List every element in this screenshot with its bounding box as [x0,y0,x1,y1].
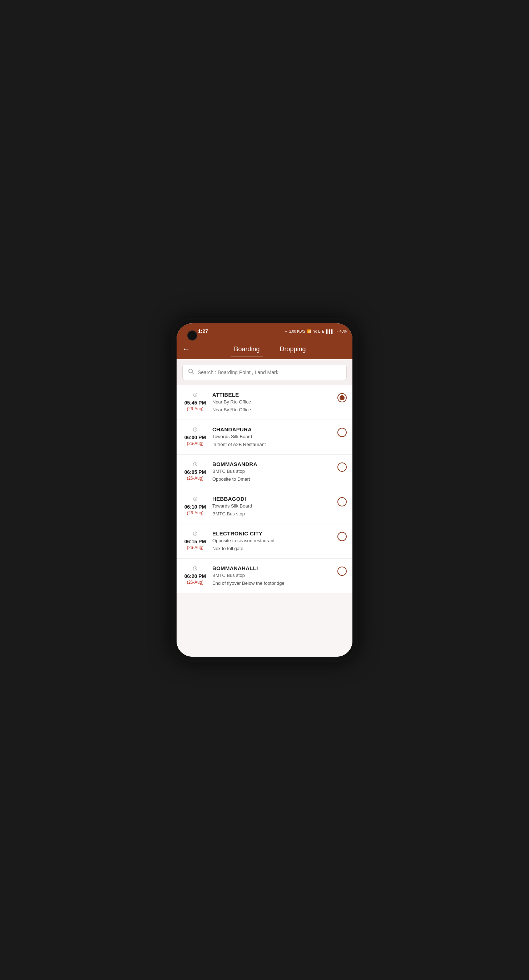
bluetooth-icon: ∗ [284,329,288,333]
stop-info: BOMMASANDRA BMTC Bus stop Opposite to Dm… [212,461,333,482]
list-item[interactable]: 06:15 PM (26-Aug) ELECTRONIC CITY Opposi… [176,524,353,559]
radio-col [337,496,347,506]
stop-time: 06:00 PM [184,434,206,440]
stop-landmark2: Near By Rto Office [212,406,333,414]
radio-button[interactable] [337,532,347,541]
data-speed: 2.00 KB/S [289,329,305,333]
clock-icon [193,462,198,468]
stop-landmark1: Near By Rto Office [212,398,333,406]
search-input[interactable] [198,369,342,375]
stop-info: CHANDAPURA Towards Silk Board In front o… [212,426,333,448]
status-bar: 1:27 ∗ 2.00 KB/S 📶 Yo LTE ▌▌▌ ○ 40% [176,323,353,339]
stop-name: BOMMANAHALLI [212,565,333,571]
clock-icon [193,566,198,572]
radio-button[interactable] [337,497,347,506]
clock-icon [193,427,198,433]
stop-landmark1: Opposite to season restaurant [212,537,333,544]
search-box [182,364,347,380]
list-item[interactable]: 06:10 PM (26-Aug) HEBBAGODI Towards Silk… [176,489,353,524]
stop-landmark1: Towards Silk Board [212,503,333,510]
stop-landmark1: BMTC Bus stop [212,468,333,475]
radio-button[interactable] [337,393,347,402]
stops-list: 05:45 PM (26-Aug) ATTIBELE Near By Rto O… [176,385,353,657]
radio-button[interactable] [337,566,347,576]
stop-name: HEBBAGODI [212,496,333,502]
tab-boarding[interactable]: Boarding [224,343,270,356]
stop-date: (26-Aug) [187,545,204,550]
radio-button[interactable] [337,428,347,437]
stop-name: ELECTRONIC CITY [212,530,333,536]
radio-col [337,426,347,437]
stop-time-col: 06:10 PM (26-Aug) [182,496,208,515]
stop-date: (26-Aug) [187,476,204,481]
radio-col [337,565,347,576]
stop-landmark2: In front of A2B Restaurant [212,441,333,448]
radio-button[interactable] [337,463,347,472]
svg-line-1 [192,372,193,374]
stop-date: (26-Aug) [187,406,204,411]
clock-icon [193,392,198,398]
status-icons: ∗ 2.00 KB/S 📶 Yo LTE ▌▌▌ ○ 40% [284,329,347,333]
stop-landmark1: BMTC Bus stop [212,572,333,579]
stop-name: CHANDAPURA [212,426,333,433]
stop-time-col: 06:00 PM (26-Aug) [182,426,208,446]
stop-info: HEBBAGODI Towards Silk Board BMTC Bus st… [212,496,333,517]
stop-landmark2: End of flyover Below the footbridge [212,580,333,587]
stop-time-col: 06:05 PM (26-Aug) [182,461,208,481]
stop-date: (26-Aug) [187,441,204,446]
stop-time-col: 05:45 PM (26-Aug) [182,391,208,411]
stop-time: 05:45 PM [184,400,206,406]
stop-landmark2: Opposite to Dmart [212,476,333,483]
tab-bar: Boarding Dropping [193,343,347,356]
stop-date: (26-Aug) [187,511,204,515]
status-time: 1:27 [198,328,208,334]
stop-time: 06:20 PM [184,573,206,579]
search-icon [187,368,194,376]
stop-time: 06:15 PM [184,539,206,544]
list-item[interactable]: 06:20 PM (26-Aug) BOMMANAHALLI BMTC Bus … [176,559,353,593]
stop-landmark1: Towards Silk Board [212,433,333,440]
stop-time-col: 06:15 PM (26-Aug) [182,530,208,550]
stop-date: (26-Aug) [187,580,204,585]
stop-time: 06:10 PM [184,504,206,510]
stop-info: ELECTRONIC CITY Opposite to season resta… [212,530,333,552]
header: ← Boarding Dropping [176,339,353,359]
search-section [176,359,353,385]
radio-col [337,391,347,402]
stop-info: BOMMANAHALLI BMTC Bus stop End of flyove… [212,565,333,587]
stop-info: ATTIBELE Near By Rto Office Near By Rto … [212,391,333,413]
stop-time: 06:05 PM [184,469,206,475]
wifi-icon: 📶 [307,329,311,333]
list-item[interactable]: 06:00 PM (26-Aug) CHANDAPURA Towards Sil… [176,420,353,455]
list-item[interactable]: 06:05 PM (26-Aug) BOMMASANDRA BMTC Bus s… [176,455,353,489]
stop-landmark2: BMTC Bus stop [212,511,333,517]
signal-text: Yo LTE [313,329,324,333]
stop-landmark2: Nex to toll gate [212,545,333,552]
radio-col [337,461,347,472]
stop-name: BOMMASANDRA [212,461,333,467]
tab-dropping[interactable]: Dropping [270,343,316,356]
phone-screen: 1:27 ∗ 2.00 KB/S 📶 Yo LTE ▌▌▌ ○ 40% ← Bo… [176,323,353,657]
battery-icon: ○ [336,329,338,333]
radio-col [337,530,347,541]
phone-frame: 1:27 ∗ 2.00 KB/S 📶 Yo LTE ▌▌▌ ○ 40% ← Bo… [172,318,357,662]
stop-name: ATTIBELE [212,391,333,398]
battery-level: 40% [340,329,347,333]
list-item[interactable]: 05:45 PM (26-Aug) ATTIBELE Near By Rto O… [176,385,353,420]
camera-hole [187,331,197,340]
back-button[interactable]: ← [182,344,190,354]
stop-time-col: 06:20 PM (26-Aug) [182,565,208,585]
signal-bars-icon: ▌▌▌ [326,329,334,333]
clock-icon [193,531,198,537]
clock-icon [193,496,198,503]
